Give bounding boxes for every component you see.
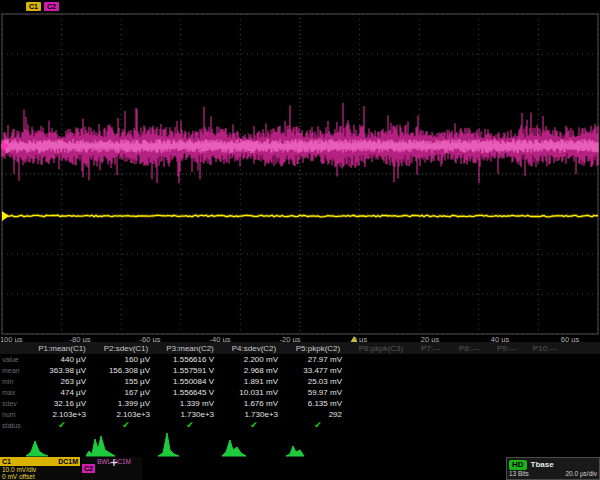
c1-label: C1: [2, 457, 11, 466]
c1-coupling: DC1M: [58, 457, 78, 466]
row-label: status: [0, 422, 30, 429]
waveform-display[interactable]: [0, 0, 600, 345]
tbase-label: Tbase: [531, 460, 554, 469]
measurement-value: 363.98 µV: [30, 366, 94, 375]
c1-offset: 0 mV offset: [0, 473, 80, 480]
measurement-histicon: [158, 433, 179, 456]
measurement-histicon: [222, 440, 246, 456]
measurement-value: 2.968 mV: [222, 366, 286, 375]
c1-volts-per-div: 10.0 mV/div: [0, 466, 80, 473]
table-row: num2.103e+32.103e+31.730e+31.730e+3292: [0, 409, 600, 420]
tbase-time-per-div: 20.0 µs/div: [565, 470, 597, 478]
measurement-value: 1.676 mV: [222, 399, 286, 408]
measurement-value: 167 µV: [94, 388, 158, 397]
measurement-value: 1.556616 V: [158, 355, 222, 364]
bottom-bar: C1 DC1M 10.0 mV/div 0 mV offset C2BWL DC…: [0, 457, 600, 480]
measurement-histicon: [286, 446, 304, 456]
measurement-value: 440 µV: [30, 355, 94, 364]
measurement-header-P2[interactable]: P2:sdev(C1): [94, 344, 158, 353]
measurement-value: 155 µV: [94, 377, 158, 386]
measurement-header-P5[interactable]: P5:pkpk(C2): [286, 344, 350, 353]
measurement-value: 1.891 mV: [222, 377, 286, 386]
measurement-value: 1.556645 V: [158, 388, 222, 397]
cursor-cross-icon[interactable]: +: [110, 455, 118, 470]
hd-mode-badge: HD: [509, 460, 527, 470]
measurement-histicon: [86, 436, 115, 456]
measurement-value: 1.730e+3: [158, 410, 222, 419]
measurement-value: 27.97 mV: [286, 355, 350, 364]
table-row: max474 µV167 µV1.556645 V10.031 mV59.97 …: [0, 387, 600, 398]
c1-descriptor-box[interactable]: C1 DC1M 10.0 mV/div 0 mV offset: [0, 457, 80, 480]
table-row: min263 µV155 µV1.550084 V1.891 mV25.03 m…: [0, 376, 600, 387]
row-label: num: [0, 411, 30, 418]
measurement-value: 156.308 µV: [94, 366, 158, 375]
row-label: sdev: [0, 400, 30, 407]
measurement-value: 160 µV: [94, 355, 158, 364]
tbase-bits: 13 Bits: [509, 470, 529, 478]
measurement-value: 1.339 mV: [158, 399, 222, 408]
table-row: value440 µV160 µV1.556616 V2.200 mV27.97…: [0, 354, 600, 365]
measurement-header-P1[interactable]: P1:mean(C1): [30, 344, 94, 353]
measurement-value: 33.477 mV: [286, 366, 350, 375]
row-label: mean: [0, 367, 30, 374]
row-label: min: [0, 378, 30, 385]
c2-label: C2: [82, 464, 95, 473]
timebase-descriptor-box[interactable]: HD Tbase 13 Bits 20.0 µs/div: [506, 457, 600, 480]
measurement-value: 292: [286, 410, 350, 419]
measurement-value: 2.103e+3: [94, 410, 158, 419]
measurement-value: 474 µV: [30, 388, 94, 397]
measurement-table: P1:mean(C1)P2:sdev(C1)P3:mean(C2)P4:sdev…: [0, 342, 600, 431]
row-label: value: [0, 356, 30, 363]
table-row: P1:mean(C1)P2:sdev(C1)P3:mean(C2)P4:sdev…: [0, 342, 600, 354]
measurement-value: 1.550084 V: [158, 377, 222, 386]
measurement-value: 2.103e+3: [30, 410, 94, 419]
measurement-histicons: [0, 430, 600, 458]
measurement-value: 6.135 mV: [286, 399, 350, 408]
measurement-value: 10.031 mV: [222, 388, 286, 397]
table-row: sdev32.16 µV1.399 µV1.339 mV1.676 mV6.13…: [0, 398, 600, 409]
measurement-value: 1.399 µV: [94, 399, 158, 408]
measurement-header-P4[interactable]: P4:sdev(C2): [222, 344, 286, 353]
table-row: mean363.98 µV156.308 µV1.557591 V2.968 m…: [0, 365, 600, 376]
measurement-value: 32.16 µV: [30, 399, 94, 408]
measurement-header-P10[interactable]: P10:---: [526, 344, 564, 353]
measurement-value: 1.730e+3: [222, 410, 286, 419]
measurement-header-P9[interactable]: P9:---: [488, 344, 526, 353]
row-label: max: [0, 389, 30, 396]
measurement-value: 1.557591 V: [158, 366, 222, 375]
oscilloscope-screen: C1 C2 -100 µs-80 µs-60 µs-40 µs-20 µs0 µ…: [0, 0, 600, 480]
measurement-header-P6[interactable]: P6:pkpk(C3): [350, 344, 412, 353]
measurement-value: 263 µV: [30, 377, 94, 386]
measurement-histicon: [26, 441, 48, 456]
measurement-value: 59.97 mV: [286, 388, 350, 397]
c1-offset-marker-icon[interactable]: [2, 211, 9, 221]
measurement-value: 25.03 mV: [286, 377, 350, 386]
measurement-value: 2.200 mV: [222, 355, 286, 364]
measurement-header-P3[interactable]: P3:mean(C2): [158, 344, 222, 353]
measurement-header-P8[interactable]: P8:---: [450, 344, 488, 353]
measurement-header-P7[interactable]: P7:---: [412, 344, 450, 353]
